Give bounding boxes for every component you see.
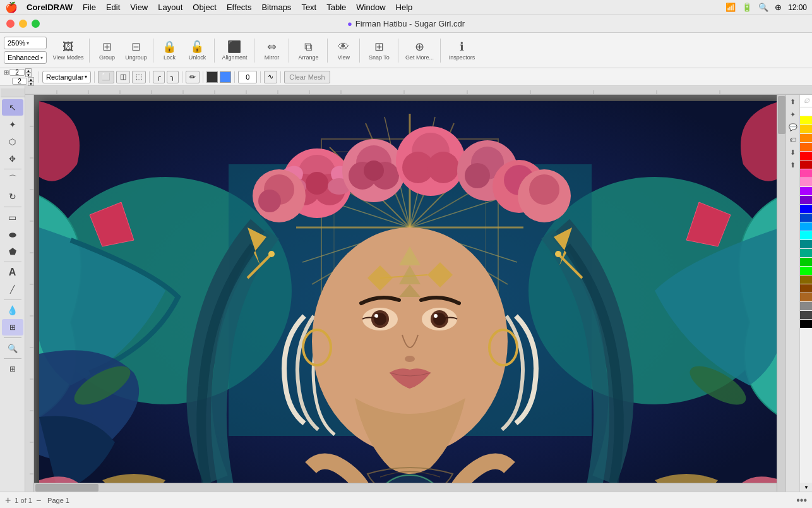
palette-color-cyan1[interactable] (800, 222, 812, 231)
cols-down-btn[interactable]: ▼ (28, 82, 34, 86)
t2-pen-btn[interactable]: ✏ (186, 71, 200, 83)
menu-text[interactable]: Text (296, 2, 321, 13)
status-extra[interactable]: ••• (796, 495, 807, 506)
rect-tool[interactable]: ▭ (2, 209, 23, 226)
document-canvas[interactable] (39, 101, 781, 492)
rp-select-icon[interactable]: ⬆ (787, 96, 799, 107)
palette-color-red1[interactable] (800, 152, 812, 160)
rp-tag-icon[interactable]: 🏷 (787, 134, 799, 145)
palette-color-orange1[interactable] (800, 134, 812, 143)
grid-rows-input[interactable] (9, 69, 25, 76)
palette-color-olive[interactable] (800, 275, 812, 284)
ungroup-btn[interactable]: ⊟ Ungroup (122, 35, 150, 66)
remove-page-btn[interactable]: − (36, 496, 41, 505)
palette-color-pink2[interactable] (800, 178, 812, 187)
pan-tool[interactable]: ✥ (2, 150, 23, 167)
clear-mesh-btn[interactable]: Clear Mesh (284, 71, 330, 83)
control-icon[interactable]: ⊕ (775, 3, 782, 12)
scrollbar-vertical[interactable] (777, 95, 785, 492)
palette-color-red2[interactable] (800, 160, 812, 169)
t2-mode-1[interactable]: ⬜ (98, 71, 114, 83)
menu-effects[interactable]: Effects (222, 2, 257, 13)
scrollbar-thumb-h[interactable] (35, 484, 99, 492)
text-tool[interactable]: A (2, 264, 23, 281)
palette-color-teal2[interactable] (800, 249, 812, 258)
palette-color-pink1[interactable] (800, 169, 812, 178)
smooth-btn[interactable]: ∿ (264, 71, 277, 83)
menu-layout[interactable]: Layout (153, 2, 188, 13)
view-modes-btn[interactable]: 🖼 View Modes (51, 35, 87, 66)
grid-tool[interactable]: ⊞ (2, 361, 23, 377)
grid-cols-input[interactable] (12, 78, 27, 85)
fill-tool[interactable]: 💧 (2, 302, 23, 318)
alignment-btn[interactable]: ⬛ Alignment (218, 35, 251, 66)
search-icon[interactable]: 🔍 (758, 3, 768, 12)
mesh-value-input[interactable] (238, 71, 257, 83)
palette-color-white[interactable] (800, 107, 812, 116)
palette-color-blue2[interactable] (800, 214, 812, 222)
select-tool[interactable]: ↖ (2, 99, 23, 116)
group-btn[interactable]: ⊞ Group (93, 35, 121, 66)
callout-tool[interactable]: ╱ (2, 281, 23, 298)
palette-scroll-down[interactable]: ▼ (800, 483, 812, 492)
palette-color-purple1[interactable] (800, 187, 812, 196)
minimize-button[interactable] (19, 20, 27, 28)
close-button[interactable] (6, 20, 15, 28)
menu-file[interactable]: File (78, 2, 101, 13)
app-name[interactable]: CorelDRAW (27, 3, 73, 12)
palette-color-black[interactable] (800, 320, 812, 329)
palette-color-green1[interactable] (800, 258, 812, 267)
palette-color-blue1[interactable] (800, 205, 812, 214)
t2-mode-2[interactable]: ◫ (116, 71, 130, 83)
rp-shape-icon[interactable]: ✦ (787, 109, 799, 120)
smart-tool[interactable]: ↻ (2, 188, 23, 205)
maximize-button[interactable] (32, 20, 40, 28)
apple-menu[interactable]: 🍎 (5, 1, 18, 13)
curve-tool[interactable]: ⌒ (2, 171, 23, 188)
t2-mode-3[interactable]: ⬚ (132, 71, 146, 83)
menu-help[interactable]: Help (391, 2, 418, 13)
palette-color-yellow2[interactable] (800, 125, 812, 134)
menu-object[interactable]: Object (188, 2, 222, 13)
rows-up-btn[interactable]: ▲ (25, 68, 32, 73)
t2-bezier-1[interactable]: ╭ (153, 71, 165, 83)
polygon-tool[interactable]: ⬟ (2, 243, 23, 260)
view-btn[interactable]: 👁 View (331, 35, 356, 66)
palette-color-orange2[interactable] (800, 143, 812, 152)
fill-color-box[interactable] (206, 71, 218, 83)
palette-color-teal1[interactable] (800, 240, 812, 249)
cols-up-btn[interactable]: ▲ (28, 77, 34, 82)
menu-view[interactable]: View (125, 2, 153, 13)
shape-dropdown[interactable]: Rectangular ▾ (42, 71, 91, 83)
ellipse-tool[interactable]: ⬬ (2, 226, 23, 243)
menu-bitmaps[interactable]: Bitmaps (256, 2, 296, 13)
rp-chat-icon[interactable]: 💬 (787, 121, 799, 133)
unlock-btn[interactable]: 🔓 Unlock (183, 35, 211, 66)
shape-tool[interactable]: ✦ (2, 116, 23, 133)
menu-table[interactable]: Table (321, 2, 351, 13)
stroke-color-box[interactable] (220, 71, 231, 83)
get-more-btn[interactable]: ⊕ Get More... (402, 35, 437, 66)
eyedropper-tool[interactable]: 🔍 (2, 340, 23, 356)
add-page-btn[interactable]: + (5, 495, 11, 505)
rp-down-icon[interactable]: ⬇ (787, 147, 799, 158)
palette-no-fill[interactable]: ∅ (800, 95, 812, 107)
palette-color-brown2[interactable] (800, 293, 812, 302)
rows-down-btn[interactable]: ▼ (25, 73, 32, 77)
snap-to-btn[interactable]: ⊞ Snap To (363, 35, 395, 66)
scrollbar-thumb-v[interactable] (778, 96, 785, 134)
crop-tool[interactable]: ⬡ (2, 133, 23, 150)
palette-color-yellow1[interactable] (800, 116, 812, 125)
inspectors-btn[interactable]: ℹ Inspectors (444, 35, 479, 66)
palette-color-green2[interactable] (800, 267, 812, 275)
menu-edit[interactable]: Edit (101, 2, 125, 13)
lock-btn[interactable]: 🔒 Lock (157, 35, 182, 66)
mesh-fill-tool[interactable]: ⊞ (2, 319, 23, 336)
canvas-area[interactable] (34, 95, 785, 492)
t2-bezier-2[interactable]: ╮ (167, 71, 179, 83)
mirror-btn[interactable]: ⇔ Mirror (258, 35, 285, 66)
zoom-selector[interactable]: 250% ▾ (4, 37, 47, 49)
arrange-btn[interactable]: ⧉ Arrange (292, 35, 324, 66)
palette-color-gray1[interactable] (800, 302, 812, 311)
palette-color-cyan2[interactable] (800, 231, 812, 240)
